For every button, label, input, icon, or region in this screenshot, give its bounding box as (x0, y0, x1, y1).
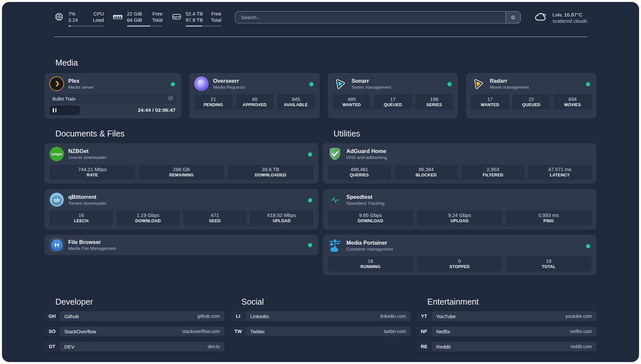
stat-tile: 498,461 QUERIES (328, 165, 391, 180)
link-youtube[interactable]: YT YouTube youtube.com (416, 311, 596, 321)
stat-tile: 40 APPROVED (236, 94, 274, 110)
app-link-adguard[interactable]: AdGuard Home DNS and adblocking (328, 147, 592, 161)
link-tag: YT (416, 311, 432, 321)
portainer-icon (328, 238, 342, 253)
overseerr-icon (194, 76, 209, 91)
app-card-nzbget: nzbget NZBGet Usenet downloader 744.21 M… (45, 143, 319, 184)
disk-total-value: 97.9 TB (186, 17, 203, 23)
stat-tile: 47.571 ms LATENCY (528, 165, 592, 180)
link-tag: RE (416, 342, 432, 351)
app-name: AdGuard Home (347, 148, 387, 155)
stat-tiles: 16 RUNNING 0 STOPPED 16 TOTAL (328, 256, 592, 272)
speedtest-icon (328, 193, 342, 207)
app-link-speedtest[interactable]: Speedtest Speedtest Tracking (328, 193, 592, 207)
stat-tile: 266 GB REMAINING (138, 165, 224, 180)
app-subtitle: Media server (68, 84, 94, 90)
app-name: qBittorrent (68, 194, 107, 200)
app-link-qbittorrent[interactable]: qb qBittorrent Torrent downloader (49, 193, 314, 207)
ram-icon (112, 11, 123, 27)
app-card-plex: Plex Media server Bullet Train (45, 73, 181, 118)
app-link-radarr[interactable]: Radarr Movie management (471, 76, 592, 91)
memory-progress-fill (127, 25, 150, 27)
link-dev[interactable]: DT DEV dev.to (45, 342, 225, 351)
stat-tile: 16 LEECH (49, 210, 113, 226)
utilities-column: Utilities AdGuard Home (323, 129, 597, 281)
stat-tiles: 16 LEECH 1.19 Gbps DOWNLOAD 471 SEED 6 (49, 210, 314, 226)
app-card-speedtest: Speedtest Speedtest Tracking 9.65 Gbps D… (323, 189, 597, 229)
memory-total-value: 64 GiB (127, 17, 144, 23)
app-card-sonarr: Sonarr Series management 485 WANTED 17 Q… (328, 73, 458, 118)
stat-tile: 1.19 Gbps DOWNLOAD (116, 210, 180, 226)
link-name: LinkedIn (250, 314, 269, 319)
link-netflix[interactable]: NF Netflix netflix.com (416, 326, 596, 336)
status-dot (308, 152, 312, 157)
stat-tile: 744.21 Mbps RATE (49, 165, 135, 180)
cpu-progress-fill (68, 25, 71, 27)
link-stackoverflow[interactable]: SO StackOverflow stackoverflow.com (45, 326, 225, 336)
link-name: DEV (64, 344, 75, 349)
app-name: Media Portainer (347, 239, 393, 246)
app-link-overseerr[interactable]: Overseerr Media Requests (194, 76, 315, 91)
header-divider (54, 37, 587, 37)
search-engine-button[interactable]: G (505, 12, 520, 23)
link-reddit[interactable]: RE Reddit reddit.com (416, 342, 596, 351)
link-name: Reddit (436, 344, 450, 349)
link-url: reddit.com (570, 344, 592, 349)
media-cards: Plex Media server Bullet Train (45, 73, 596, 118)
search-input[interactable] (235, 11, 521, 23)
cpu-label: CPU (91, 11, 104, 17)
disk-free-label: Free (209, 11, 221, 17)
app-subtitle: Movie management (490, 84, 529, 90)
link-github[interactable]: GH Github github.com (45, 311, 225, 321)
app-link-portainer[interactable]: Media Portainer Container management (328, 238, 592, 253)
cpu-percent: 7% (68, 11, 85, 17)
playback-time: 24:44 / 02:06:47 (138, 107, 175, 113)
link-url: stackoverflow.com (182, 329, 220, 334)
stat-tiles: 744.21 Mbps RATE 266 GB REMAINING 39.6 T… (49, 165, 314, 180)
playback-progress[interactable]: 24:44 / 02:06:47 (49, 106, 176, 115)
app-link-sonarr[interactable]: Sonarr Series management (333, 76, 453, 91)
link-linkedin[interactable]: LI LinkedIn linkedin.com (230, 311, 411, 321)
filebrowser-icon (49, 238, 64, 252)
disk-stat: 52.4 TB 97.9 TB Free Total (171, 11, 221, 27)
app-link-filebrowser[interactable]: File Browser Media File Management (49, 238, 314, 252)
developer-section: Developer GH Github github.com SO StackO… (45, 297, 225, 357)
stat-tile: 17 WANTED (471, 94, 509, 110)
entertainment-section: Entertainment YT YouTube youtube.com NF … (416, 297, 596, 357)
link-url: youtube.com (565, 314, 592, 319)
link-tag: GH (45, 311, 60, 321)
app-subtitle: Series management (351, 84, 391, 90)
link-url: linkedin.com (380, 314, 406, 319)
app-link-nzbget[interactable]: nzbget NZBGet Usenet downloader (49, 147, 314, 161)
app-subtitle: Usenet downloader (68, 155, 107, 161)
section-title-utilities: Utilities (334, 129, 597, 138)
now-playing-row: Bullet Train (49, 94, 176, 104)
stat-tile: 17 QUEUED (374, 94, 412, 110)
disk-total-label: Total (209, 17, 221, 23)
link-url: dev.to (208, 344, 220, 349)
disk-icon (171, 11, 182, 27)
section-title-media: Media (55, 58, 596, 67)
stat-tile: 618.52 Mbps UPLOAD (250, 210, 314, 226)
weather-condition: scattered clouds (552, 18, 587, 24)
pause-icon[interactable] (53, 108, 56, 112)
link-tag: TW (230, 326, 246, 336)
stat-tiles: 17 WANTED 22 QUEUED 834 MOVIES (471, 94, 592, 110)
weather-widget: Lviv, 16.87°C scattered clouds (534, 11, 587, 24)
stat-tile: 86,384 BLOCKED (394, 165, 458, 180)
cloud-icon (534, 11, 548, 24)
cpu-icon (54, 11, 64, 27)
stat-tiles: 498,461 QUERIES 86,384 BLOCKED 2,953 FIL… (328, 165, 592, 180)
social-section: Social LI LinkedIn linkedin.com TW Twitt… (230, 297, 411, 357)
app-link-plex[interactable]: Plex Media server (49, 76, 176, 91)
stat-tile: 16 RUNNING (328, 256, 413, 272)
stat-tiles: 21 PENDING 40 APPROVED 945 AVAILABLE (194, 94, 315, 110)
link-url: twitter.com (384, 329, 406, 334)
plex-icon (49, 76, 64, 91)
app-name: Speedtest (347, 194, 385, 200)
stat-tile: 945 AVAILABLE (277, 94, 315, 110)
top-bar: 7% 3.24 CPU Load (54, 11, 587, 27)
link-tag: NF (416, 326, 432, 336)
link-twitter[interactable]: TW Twitter twitter.com (230, 326, 411, 336)
session-icon[interactable] (168, 95, 173, 102)
